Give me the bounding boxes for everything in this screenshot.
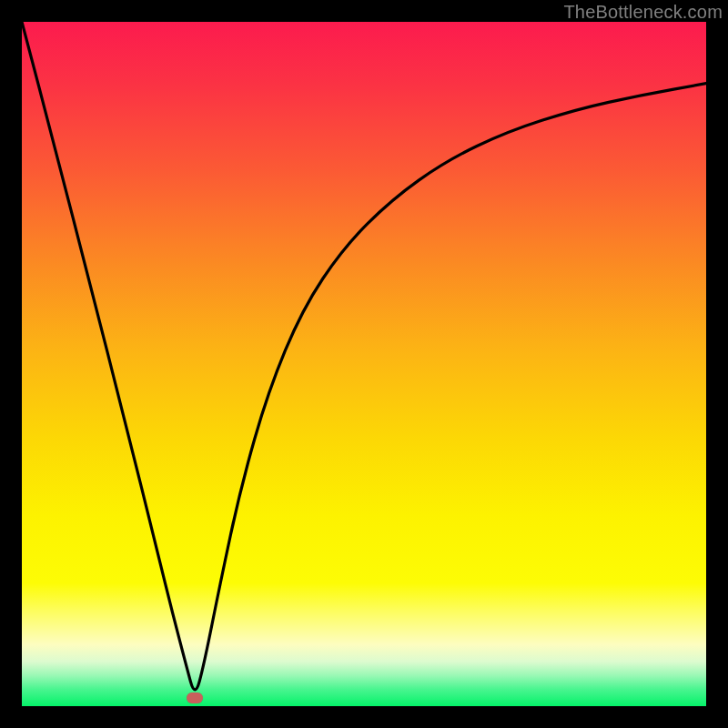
watermark-text: TheBottleneck.com [563, 2, 723, 23]
vertex-marker [187, 693, 203, 703]
bottleneck-curve [22, 22, 706, 706]
chart-frame: TheBottleneck.com [0, 0, 728, 728]
plot-area [22, 22, 706, 706]
